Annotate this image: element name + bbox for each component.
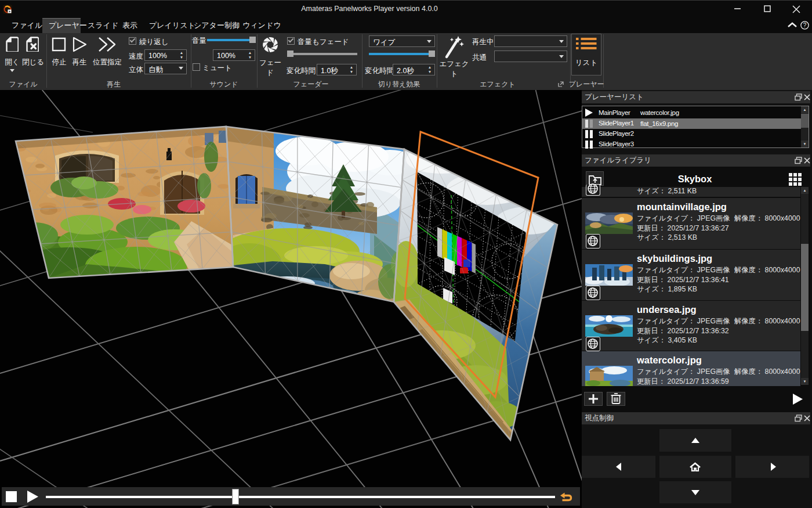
svg-text:?: ? <box>803 22 807 28</box>
